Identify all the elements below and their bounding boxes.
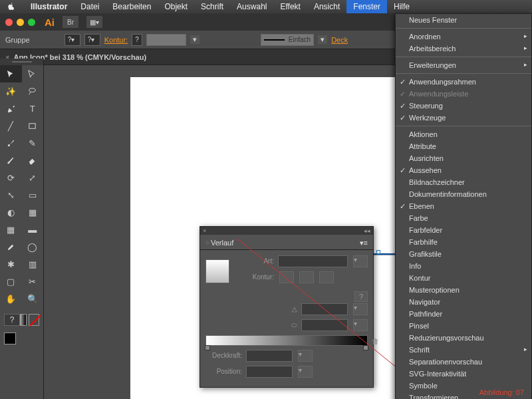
- type-tool[interactable]: T: [22, 100, 44, 117]
- gradient-stop[interactable]: [363, 345, 368, 350]
- gradient-stop[interactable]: [205, 345, 210, 350]
- stroke-arrow[interactable]: ▾: [190, 35, 200, 44]
- bridge-button[interactable]: Br: [63, 16, 78, 28]
- menu-schrift[interactable]: Schrift: [194, 0, 230, 13]
- brush-arrow[interactable]: ▾: [318, 35, 327, 44]
- anchor-point[interactable]: [376, 250, 380, 254]
- minimize-window[interactable]: [17, 19, 24, 26]
- menu-item-schrift[interactable]: Schrift: [396, 344, 531, 356]
- width-tool[interactable]: ⤡: [0, 186, 22, 203]
- line-tool[interactable]: ╱: [0, 117, 22, 134]
- artboard-tool[interactable]: ▢: [0, 273, 22, 290]
- rotate-tool[interactable]: ⟳: [0, 169, 22, 186]
- eyedropper-tool[interactable]: [0, 238, 22, 255]
- direct-selection-tool[interactable]: [22, 65, 44, 82]
- stroke-color-select[interactable]: ?▾: [84, 34, 100, 46]
- screen-mode[interactable]: [4, 332, 16, 344]
- close-window[interactable]: [5, 19, 13, 26]
- gradient-preview[interactable]: [205, 259, 229, 283]
- hand-tool[interactable]: ✋: [0, 290, 22, 307]
- lasso-tool[interactable]: [22, 82, 44, 100]
- menu-item-navigator[interactable]: Navigator: [396, 296, 531, 308]
- menu-illustrator[interactable]: Illustrator: [24, 0, 74, 13]
- panel-menu-icon[interactable]: ▾≡: [360, 239, 368, 247]
- position-arrow[interactable]: ▾: [298, 366, 313, 378]
- menu-item-grafikstile[interactable]: Grafikstile: [396, 248, 531, 260]
- magic-wand-tool[interactable]: ✨: [0, 82, 22, 100]
- menu-item-bildnachzeichner[interactable]: Bildnachzeichner: [396, 176, 531, 188]
- menu-effekt[interactable]: Effekt: [273, 0, 307, 13]
- menu-datei[interactable]: Datei: [74, 0, 106, 13]
- opacity-arrow[interactable]: ▾: [298, 350, 313, 362]
- none-mode[interactable]: [29, 314, 39, 326]
- rectangle-tool[interactable]: [22, 117, 44, 134]
- menu-hilfe[interactable]: Hilfe: [387, 0, 416, 13]
- menu-item-attribute[interactable]: Attribute: [396, 140, 531, 152]
- gradient-unknown[interactable]: ?: [354, 291, 368, 302]
- menu-objekt[interactable]: Objekt: [158, 0, 194, 13]
- menu-item-anordnen[interactable]: Anordnen: [396, 31, 531, 43]
- gradient-type-select[interactable]: [278, 255, 348, 267]
- selection-tool[interactable]: [0, 65, 22, 82]
- zoom-window[interactable]: [28, 19, 35, 26]
- menu-item-arbeitsbereich[interactable]: Arbeitsbereich: [396, 43, 531, 55]
- arrange-documents[interactable]: ▦▾: [86, 16, 102, 28]
- paintbrush-tool[interactable]: [0, 134, 22, 152]
- menu-item-farbe[interactable]: Farbe: [396, 212, 531, 224]
- stroke-grad-3[interactable]: [319, 271, 334, 283]
- trash-icon[interactable]: 🗑: [372, 337, 379, 345]
- reflect-tool[interactable]: ⤢: [22, 169, 44, 186]
- menu-item-pinsel[interactable]: Pinsel: [396, 320, 531, 332]
- menu-item-dokumentinformationen[interactable]: Dokumentinformationen: [396, 188, 531, 200]
- gradient-type-arrow[interactable]: ▾: [353, 255, 368, 267]
- menu-fenster[interactable]: Fenster: [346, 0, 387, 13]
- angle-arrow[interactable]: ▾: [353, 303, 368, 315]
- menu-item-ebenen[interactable]: ✓Ebenen: [396, 200, 531, 212]
- stroke-grad-2[interactable]: [299, 271, 314, 283]
- position-input[interactable]: [246, 366, 293, 378]
- blend-tool[interactable]: ◯: [22, 238, 44, 255]
- panel-header[interactable]: × ◂◂: [200, 227, 373, 235]
- menu-item-neues-fenster[interactable]: Neues Fenster: [396, 14, 531, 26]
- mesh-tool[interactable]: ▦: [0, 221, 22, 238]
- stroke-grad-1[interactable]: [279, 271, 294, 283]
- menu-item-svg-interaktivit-t[interactable]: SVG-Interaktivität: [396, 368, 531, 380]
- collapse-panel-icon[interactable]: ◂◂: [364, 227, 370, 234]
- close-panel-icon[interactable]: ×: [203, 227, 206, 234]
- menu-item-erweiterungen[interactable]: Erweiterungen: [396, 59, 531, 71]
- stroke-weight[interactable]: ?: [132, 34, 142, 46]
- menu-auswahl[interactable]: Auswahl: [230, 0, 273, 13]
- perspective-tool[interactable]: ▦: [22, 203, 44, 221]
- kontur-label[interactable]: Kontur:: [104, 36, 128, 44]
- angle-input[interactable]: [301, 303, 348, 315]
- menu-item-kontur[interactable]: Kontur: [396, 272, 531, 284]
- menu-item-musteroptionen[interactable]: Musteroptionen: [396, 284, 531, 296]
- slice-tool[interactable]: ✂: [22, 273, 44, 290]
- brush-definition[interactable]: Einfach: [261, 34, 314, 46]
- shape-builder-tool[interactable]: ◐: [0, 203, 22, 221]
- pen-tool[interactable]: [0, 100, 22, 117]
- aspect-arrow[interactable]: ▾: [353, 319, 368, 331]
- menu-item-separationenvorschau[interactable]: Separationenvorschau: [396, 356, 531, 368]
- apple-menu[interactable]: [0, 0, 24, 13]
- menu-item-aussehen[interactable]: ✓Aussehen: [396, 164, 531, 176]
- eraser-tool[interactable]: [22, 152, 44, 169]
- menu-item-werkzeuge[interactable]: ✓Werkzeuge: [396, 112, 531, 124]
- menu-item-farbhilfe[interactable]: Farbhilfe: [396, 236, 531, 248]
- gradient-ramp[interactable]: 🗑: [205, 335, 368, 346]
- deckkraft-label[interactable]: Deck: [331, 36, 348, 44]
- menu-item-aktionen[interactable]: Aktionen: [396, 128, 531, 140]
- zoom-tool[interactable]: 🔍: [22, 290, 44, 307]
- fill-select[interactable]: ?▾: [65, 34, 80, 46]
- menu-item-reduzierungsvorschau[interactable]: Reduzierungsvorschau: [396, 332, 531, 344]
- menu-item-farbfelder[interactable]: Farbfelder: [396, 224, 531, 236]
- blob-brush-tool[interactable]: [0, 152, 22, 169]
- aspect-input[interactable]: [301, 319, 348, 331]
- free-transform-tool[interactable]: ▭: [22, 186, 44, 203]
- menu-ansicht[interactable]: Ansicht: [307, 0, 346, 13]
- graph-tool[interactable]: ▥: [22, 255, 44, 273]
- pencil-tool[interactable]: ✎: [22, 134, 44, 152]
- menu-item-steuerung[interactable]: ✓Steuerung: [396, 100, 531, 112]
- menu-bearbeiten[interactable]: Bearbeiten: [106, 0, 158, 13]
- menu-item-ausrichten[interactable]: Ausrichten: [396, 152, 531, 164]
